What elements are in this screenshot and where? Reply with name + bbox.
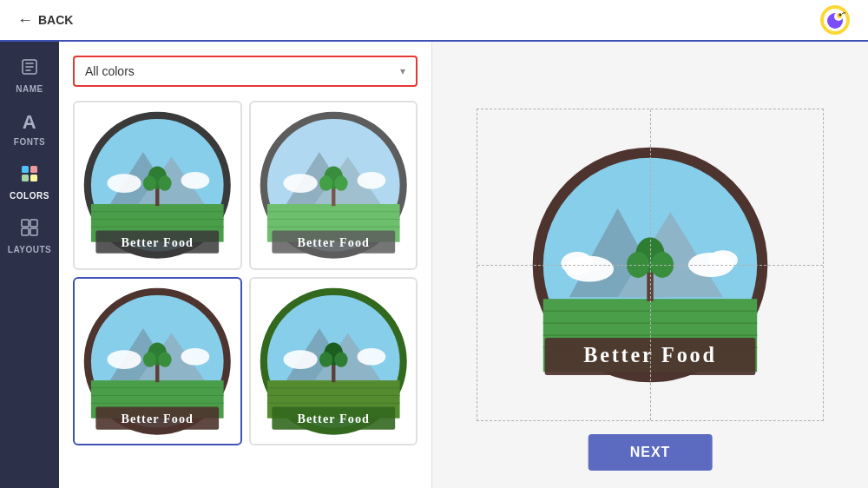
svg-text:Better Food: Better Food (121, 235, 194, 249)
preview-area: Better Food NEXT (432, 42, 868, 488)
fonts-icon: A (23, 111, 36, 134)
svg-point-5 (839, 14, 842, 16)
svg-rect-13 (22, 228, 29, 235)
svg-rect-14 (30, 228, 37, 235)
svg-text:Better Food: Better Food (121, 412, 194, 425)
svg-point-36 (357, 172, 385, 189)
svg-text:Better Food: Better Food (297, 235, 370, 249)
svg-rect-10 (30, 175, 37, 181)
sidebar-item-name[interactable]: NAME (0, 49, 59, 102)
color-filter-dropdown[interactable]: All colors ▾ (73, 56, 418, 87)
svg-point-95 (651, 252, 674, 278)
svg-rect-9 (22, 175, 29, 181)
sidebar-colors-label: COLORS (10, 191, 49, 201)
svg-point-59 (143, 352, 156, 366)
logo-card-4[interactable]: Better Food (249, 277, 418, 446)
colors-icon (20, 164, 39, 188)
svg-rect-12 (30, 220, 37, 227)
back-button[interactable]: ← BACK (17, 11, 73, 30)
sidebar: NAME A FONTS COLORS (0, 42, 59, 488)
logo-card-2[interactable]: Better Food (249, 101, 418, 270)
canvas-area: Better Food (468, 100, 832, 430)
svg-point-84 (561, 252, 593, 274)
svg-point-20 (181, 172, 210, 189)
svg-point-52 (181, 347, 210, 365)
header: ← BACK (0, 0, 868, 42)
layouts-icon (20, 218, 39, 241)
back-arrow-icon: ← (17, 11, 33, 30)
svg-point-76 (334, 352, 347, 366)
svg-rect-11 (22, 220, 29, 227)
svg-point-67 (283, 350, 317, 369)
svg-text:Better Food: Better Food (297, 412, 370, 425)
next-button[interactable]: NEXT (589, 434, 713, 471)
svg-rect-7 (22, 166, 29, 173)
back-label: BACK (38, 13, 73, 27)
sidebar-item-layouts[interactable]: LAYOUTS (0, 209, 59, 263)
svg-point-86 (708, 250, 738, 269)
svg-rect-8 (30, 166, 37, 173)
logo-grid: Better Food (73, 101, 418, 445)
svg-point-35 (283, 174, 317, 193)
sidebar-item-fonts[interactable]: A FONTS (0, 102, 59, 155)
svg-point-60 (158, 352, 171, 366)
svg-point-68 (357, 347, 385, 365)
svg-point-75 (319, 352, 332, 366)
svg-text:Better Food: Better Food (583, 343, 717, 366)
logo-card-1[interactable]: Better Food (73, 101, 242, 270)
sidebar-item-colors[interactable]: COLORS (0, 155, 59, 209)
main-layout: NAME A FONTS COLORS (0, 42, 868, 488)
logo-card-3[interactable]: Better Food (73, 277, 242, 446)
svg-point-94 (627, 252, 649, 278)
svg-point-28 (158, 175, 171, 190)
chevron-down-icon: ▾ (400, 65, 405, 77)
svg-rect-92 (647, 269, 653, 301)
svg-point-19 (107, 174, 141, 193)
sidebar-layouts-label: LAYOUTS (8, 245, 51, 254)
name-icon (20, 57, 39, 81)
sidebar-fonts-label: FONTS (14, 137, 45, 147)
preview-logo: Better Food (529, 143, 772, 386)
sidebar-name-label: NAME (16, 84, 43, 94)
app-logo-icon (819, 4, 851, 36)
svg-point-43 (319, 175, 332, 190)
content-panel: All colors ▾ (59, 42, 432, 488)
color-filter-label: All colors (85, 64, 135, 78)
svg-point-51 (107, 350, 141, 369)
svg-point-44 (334, 175, 347, 190)
svg-point-27 (143, 175, 156, 190)
